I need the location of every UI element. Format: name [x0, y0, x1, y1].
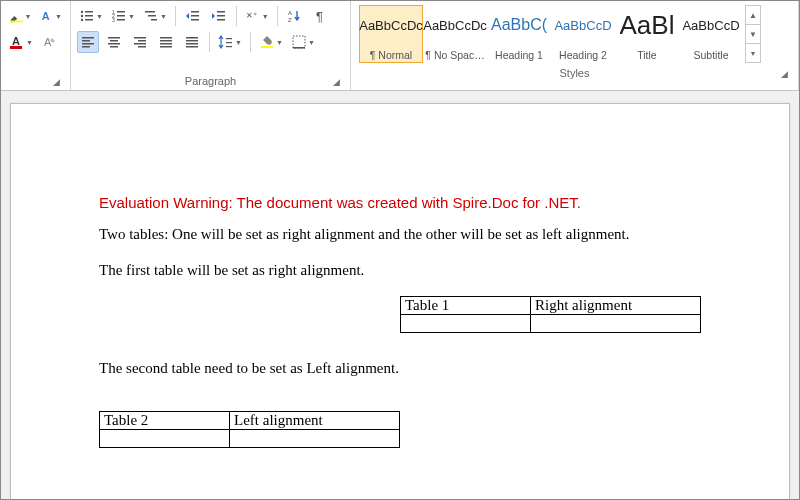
table-1[interactable]: Table 1 Right alignment [400, 296, 701, 333]
style-name-label: Title [637, 49, 656, 61]
font-color-button[interactable]: A ▼ [7, 31, 35, 53]
style-name-label: Subtitle [693, 49, 728, 61]
table-cell[interactable]: Table 1 [401, 297, 531, 315]
styles-expand[interactable]: ▾ [746, 44, 760, 62]
svg-text:Z: Z [288, 17, 292, 23]
style-name-label: Heading 1 [495, 49, 543, 61]
multilevel-list-button[interactable]: ▼ [141, 5, 169, 27]
clear-formatting-button[interactable]: A [39, 31, 61, 53]
align-center-button[interactable] [103, 31, 125, 53]
sort-button[interactable]: AZ [284, 5, 306, 27]
svg-rect-19 [151, 19, 157, 21]
svg-rect-54 [293, 36, 305, 48]
svg-text:A: A [288, 10, 292, 16]
svg-rect-8 [85, 15, 93, 17]
svg-rect-34 [108, 37, 120, 39]
svg-rect-18 [148, 15, 156, 17]
table-cell[interactable]: Left alignment [230, 411, 400, 429]
svg-text:3: 3 [112, 17, 115, 23]
table-row [100, 429, 400, 447]
svg-rect-37 [110, 46, 118, 48]
paragraph-group-label: Paragraph [185, 75, 236, 87]
svg-rect-32 [82, 43, 94, 45]
highlight-color-button[interactable]: ▼ [7, 5, 34, 27]
table-cell[interactable] [230, 429, 400, 447]
align-right-button[interactable] [129, 31, 151, 53]
table-2[interactable]: Table 2 Left alignment [99, 411, 400, 448]
styles-dialog-launcher[interactable]: ◢ [778, 68, 790, 80]
paragraph-group: ▼ 123▼ ▼ ✕⁺▼ [71, 1, 351, 90]
table-row: Table 1 Right alignment [401, 297, 701, 315]
svg-rect-14 [117, 15, 125, 17]
styles-scroll-up[interactable]: ▲ [746, 6, 760, 25]
shading-button[interactable]: ▼ [257, 31, 285, 53]
svg-rect-21 [191, 15, 199, 17]
font-dialog-launcher[interactable]: ◢ [50, 76, 62, 88]
style-item-title[interactable]: AaBlTitle [615, 5, 679, 63]
svg-rect-47 [186, 40, 198, 42]
svg-rect-53 [261, 46, 273, 48]
distributed-button[interactable] [181, 31, 203, 53]
table-cell[interactable]: Table 2 [100, 411, 230, 429]
table-cell[interactable] [531, 315, 701, 333]
style-item-heading-1[interactable]: AaBbC(Heading 1 [487, 5, 551, 63]
svg-rect-22 [191, 19, 199, 21]
decrease-indent-button[interactable] [182, 5, 204, 27]
style-item--no-spac-[interactable]: AaBbCcDc¶ No Spac… [423, 5, 487, 63]
svg-rect-20 [191, 11, 199, 13]
document-area: Evaluation Warning: The document was cre… [1, 91, 799, 499]
svg-rect-42 [160, 37, 172, 39]
svg-point-5 [81, 11, 83, 13]
svg-rect-43 [160, 40, 172, 42]
table-cell[interactable] [100, 429, 230, 447]
svg-rect-31 [82, 40, 90, 42]
intro-paragraph: Two tables: One will be set as right ali… [99, 225, 701, 245]
justify-button[interactable] [155, 31, 177, 53]
table-cell[interactable]: Right alignment [531, 297, 701, 315]
styles-group-label: Styles [560, 67, 590, 79]
svg-rect-10 [85, 19, 93, 21]
increase-indent-button[interactable] [208, 5, 230, 27]
paragraph-1: The first table will be set as right ali… [99, 261, 701, 281]
style-item-subtitle[interactable]: AaBbCcDSubtitle [679, 5, 743, 63]
svg-rect-17 [145, 11, 155, 13]
style-name-label: ¶ No Spac… [425, 49, 484, 61]
svg-rect-30 [82, 37, 94, 39]
text-effects-button[interactable]: A ▼ [38, 5, 65, 27]
svg-text:¶: ¶ [316, 9, 323, 24]
svg-rect-45 [160, 46, 172, 48]
styles-gallery: AaBbCcDc¶ NormalAaBbCcDc¶ No Spac…AaBbC(… [357, 3, 792, 65]
align-left-button[interactable] [77, 31, 99, 53]
style-item-heading-2[interactable]: AaBbCcDHeading 2 [551, 5, 615, 63]
svg-rect-25 [217, 19, 225, 21]
table-row: Table 2 Left alignment [100, 411, 400, 429]
styles-scroll: ▲▼▾ [745, 5, 761, 63]
line-spacing-button[interactable]: ▼ [216, 31, 244, 53]
style-name-label: Heading 2 [559, 49, 607, 61]
svg-rect-16 [117, 19, 125, 21]
ribbon: ▼ A ▼ A ▼ A ◢ [1, 1, 799, 91]
bullets-button[interactable]: ▼ [77, 5, 105, 27]
style-preview: AaBbCcDc [423, 8, 487, 42]
table-cell[interactable] [401, 315, 531, 333]
svg-text:A: A [44, 36, 52, 48]
asian-layout-button[interactable]: ✕⁺▼ [243, 5, 271, 27]
page[interactable]: Evaluation Warning: The document was cre… [10, 103, 790, 499]
borders-button[interactable]: ▼ [289, 31, 317, 53]
style-preview: AaBbC( [491, 8, 547, 42]
svg-rect-24 [217, 15, 225, 17]
svg-text:A: A [12, 35, 20, 47]
svg-rect-38 [134, 37, 146, 39]
svg-point-9 [81, 19, 83, 21]
svg-rect-36 [108, 43, 120, 45]
show-hide-paragraph-button[interactable]: ¶ [310, 5, 332, 27]
styles-scroll-down[interactable]: ▼ [746, 25, 760, 44]
font-group-label: ◢ [7, 85, 64, 90]
svg-rect-51 [226, 42, 232, 43]
style-preview: AaBbCcDc [359, 8, 423, 42]
numbering-button[interactable]: 123▼ [109, 5, 137, 27]
paragraph-dialog-launcher[interactable]: ◢ [330, 76, 342, 88]
style-item--normal[interactable]: AaBbCcDc¶ Normal [359, 5, 423, 63]
evaluation-warning: Evaluation Warning: The document was cre… [99, 194, 701, 211]
svg-rect-3 [10, 46, 22, 49]
